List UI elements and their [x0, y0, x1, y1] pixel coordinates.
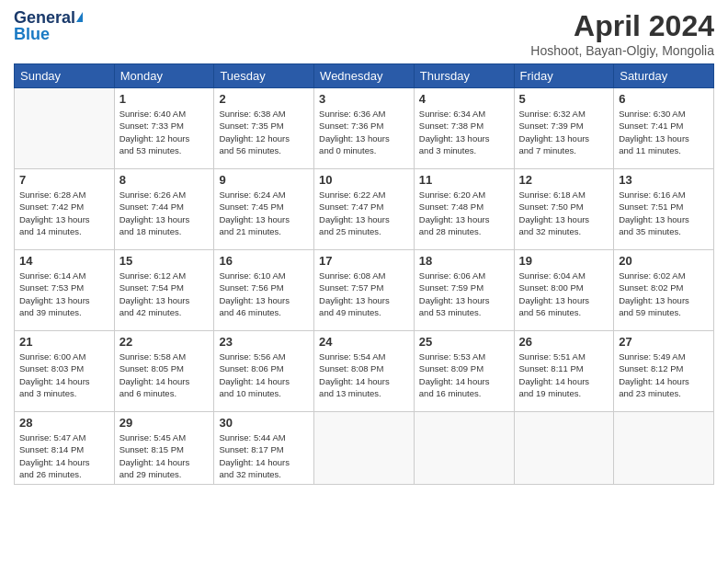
day-info: Sunrise: 6:12 AM Sunset: 7:54 PM Dayligh…	[119, 270, 210, 318]
week-row-1: 1Sunrise: 6:40 AM Sunset: 7:33 PM Daylig…	[15, 88, 714, 169]
table-row: 30Sunrise: 5:44 AM Sunset: 8:17 PM Dayli…	[214, 412, 314, 485]
day-info: Sunrise: 5:45 AM Sunset: 8:15 PM Dayligh…	[119, 431, 210, 480]
table-row: 2Sunrise: 6:38 AM Sunset: 7:35 PM Daylig…	[214, 88, 314, 169]
day-number: 19	[519, 254, 609, 268]
table-row: 28Sunrise: 5:47 AM Sunset: 8:14 PM Dayli…	[15, 412, 115, 485]
table-row	[514, 412, 614, 485]
table-row: 1Sunrise: 6:40 AM Sunset: 7:33 PM Daylig…	[114, 88, 214, 169]
day-info: Sunrise: 6:22 AM Sunset: 7:47 PM Dayligh…	[319, 189, 409, 237]
table-row: 24Sunrise: 5:54 AM Sunset: 8:08 PM Dayli…	[314, 331, 415, 412]
day-number: 8	[119, 173, 210, 187]
day-number: 22	[119, 335, 210, 349]
title-block: April 2024 Hoshoot, Bayan-Olgiy, Mongoli…	[530, 9, 714, 58]
day-info: Sunrise: 6:40 AM Sunset: 7:33 PM Dayligh…	[119, 108, 210, 156]
day-number: 20	[619, 254, 709, 268]
day-info: Sunrise: 5:53 AM Sunset: 8:09 PM Dayligh…	[419, 350, 509, 399]
day-number: 30	[219, 416, 309, 430]
table-row: 9Sunrise: 6:24 AM Sunset: 7:45 PM Daylig…	[214, 169, 314, 250]
day-number: 3	[319, 92, 409, 106]
day-number: 11	[419, 173, 509, 187]
day-number: 13	[619, 173, 709, 187]
day-info: Sunrise: 6:00 AM Sunset: 8:03 PM Dayligh…	[19, 350, 109, 399]
logo: General Blue	[14, 9, 83, 44]
day-info: Sunrise: 6:18 AM Sunset: 7:50 PM Dayligh…	[519, 189, 609, 237]
day-info: Sunrise: 6:20 AM Sunset: 7:48 PM Dayligh…	[419, 189, 509, 237]
day-info: Sunrise: 6:02 AM Sunset: 8:02 PM Dayligh…	[619, 270, 709, 318]
day-info: Sunrise: 5:44 AM Sunset: 8:17 PM Dayligh…	[219, 431, 309, 480]
col-saturday: Saturday	[614, 64, 714, 88]
col-sunday: Sunday	[15, 64, 115, 88]
col-tuesday: Tuesday	[214, 64, 314, 88]
table-row	[314, 412, 415, 485]
day-number: 21	[19, 335, 109, 349]
day-number: 28	[19, 416, 109, 430]
table-row: 15Sunrise: 6:12 AM Sunset: 7:54 PM Dayli…	[114, 250, 214, 331]
day-info: Sunrise: 6:16 AM Sunset: 7:51 PM Dayligh…	[619, 189, 709, 237]
table-row: 12Sunrise: 6:18 AM Sunset: 7:50 PM Dayli…	[514, 169, 614, 250]
col-monday: Monday	[114, 64, 214, 88]
day-info: Sunrise: 6:26 AM Sunset: 7:44 PM Dayligh…	[119, 189, 210, 237]
day-number: 16	[219, 254, 309, 268]
calendar-header-row: Sunday Monday Tuesday Wednesday Thursday…	[15, 64, 714, 88]
day-info: Sunrise: 5:49 AM Sunset: 8:12 PM Dayligh…	[619, 350, 709, 399]
day-number: 10	[319, 173, 409, 187]
day-number: 18	[419, 254, 509, 268]
day-number: 1	[119, 92, 210, 106]
table-row: 26Sunrise: 5:51 AM Sunset: 8:11 PM Dayli…	[514, 331, 614, 412]
week-row-5: 28Sunrise: 5:47 AM Sunset: 8:14 PM Dayli…	[15, 412, 714, 485]
table-row: 3Sunrise: 6:36 AM Sunset: 7:36 PM Daylig…	[314, 88, 415, 169]
table-row	[15, 88, 115, 169]
day-info: Sunrise: 6:32 AM Sunset: 7:39 PM Dayligh…	[519, 108, 609, 156]
day-number: 7	[19, 173, 109, 187]
table-row: 13Sunrise: 6:16 AM Sunset: 7:51 PM Dayli…	[614, 169, 714, 250]
day-info: Sunrise: 6:34 AM Sunset: 7:38 PM Dayligh…	[419, 108, 509, 156]
day-info: Sunrise: 6:08 AM Sunset: 7:57 PM Dayligh…	[319, 270, 409, 318]
table-row	[614, 412, 714, 485]
day-number: 6	[619, 92, 709, 106]
table-row: 18Sunrise: 6:06 AM Sunset: 7:59 PM Dayli…	[414, 250, 514, 331]
day-number: 2	[219, 92, 309, 106]
day-info: Sunrise: 6:36 AM Sunset: 7:36 PM Dayligh…	[319, 108, 409, 156]
logo-blue: Blue	[14, 25, 50, 44]
table-row: 11Sunrise: 6:20 AM Sunset: 7:48 PM Dayli…	[414, 169, 514, 250]
week-row-3: 14Sunrise: 6:14 AM Sunset: 7:53 PM Dayli…	[15, 250, 714, 331]
table-row: 4Sunrise: 6:34 AM Sunset: 7:38 PM Daylig…	[414, 88, 514, 169]
day-info: Sunrise: 5:56 AM Sunset: 8:06 PM Dayligh…	[219, 350, 309, 399]
table-row: 7Sunrise: 6:28 AM Sunset: 7:42 PM Daylig…	[15, 169, 115, 250]
day-info: Sunrise: 6:04 AM Sunset: 8:00 PM Dayligh…	[519, 270, 609, 318]
day-number: 25	[419, 335, 509, 349]
col-thursday: Thursday	[414, 64, 514, 88]
day-info: Sunrise: 6:14 AM Sunset: 7:53 PM Dayligh…	[19, 270, 109, 318]
day-info: Sunrise: 5:47 AM Sunset: 8:14 PM Dayligh…	[19, 431, 109, 480]
day-info: Sunrise: 5:51 AM Sunset: 8:11 PM Dayligh…	[519, 350, 609, 399]
table-row	[414, 412, 514, 485]
table-row: 23Sunrise: 5:56 AM Sunset: 8:06 PM Dayli…	[214, 331, 314, 412]
location: Hoshoot, Bayan-Olgiy, Mongolia	[530, 43, 714, 58]
day-info: Sunrise: 6:10 AM Sunset: 7:56 PM Dayligh…	[219, 270, 309, 318]
day-number: 15	[119, 254, 210, 268]
day-number: 4	[419, 92, 509, 106]
month-title: April 2024	[530, 9, 714, 43]
calendar-table: Sunday Monday Tuesday Wednesday Thursday…	[14, 63, 714, 485]
day-number: 26	[519, 335, 609, 349]
day-info: Sunrise: 5:58 AM Sunset: 8:05 PM Dayligh…	[119, 350, 210, 399]
day-number: 14	[19, 254, 109, 268]
table-row: 6Sunrise: 6:30 AM Sunset: 7:41 PM Daylig…	[614, 88, 714, 169]
week-row-4: 21Sunrise: 6:00 AM Sunset: 8:03 PM Dayli…	[15, 331, 714, 412]
day-number: 29	[119, 416, 210, 430]
day-number: 23	[219, 335, 309, 349]
table-row: 14Sunrise: 6:14 AM Sunset: 7:53 PM Dayli…	[15, 250, 115, 331]
table-row: 5Sunrise: 6:32 AM Sunset: 7:39 PM Daylig…	[514, 88, 614, 169]
table-row: 10Sunrise: 6:22 AM Sunset: 7:47 PM Dayli…	[314, 169, 415, 250]
day-info: Sunrise: 6:24 AM Sunset: 7:45 PM Dayligh…	[219, 189, 309, 237]
day-info: Sunrise: 6:06 AM Sunset: 7:59 PM Dayligh…	[419, 270, 509, 318]
day-info: Sunrise: 5:54 AM Sunset: 8:08 PM Dayligh…	[319, 350, 409, 399]
day-info: Sunrise: 6:38 AM Sunset: 7:35 PM Dayligh…	[219, 108, 309, 156]
header: General Blue April 2024 Hoshoot, Bayan-O…	[14, 9, 714, 58]
col-wednesday: Wednesday	[314, 64, 415, 88]
table-row: 21Sunrise: 6:00 AM Sunset: 8:03 PM Dayli…	[15, 331, 115, 412]
day-number: 27	[619, 335, 709, 349]
week-row-2: 7Sunrise: 6:28 AM Sunset: 7:42 PM Daylig…	[15, 169, 714, 250]
col-friday: Friday	[514, 64, 614, 88]
table-row: 22Sunrise: 5:58 AM Sunset: 8:05 PM Dayli…	[114, 331, 214, 412]
